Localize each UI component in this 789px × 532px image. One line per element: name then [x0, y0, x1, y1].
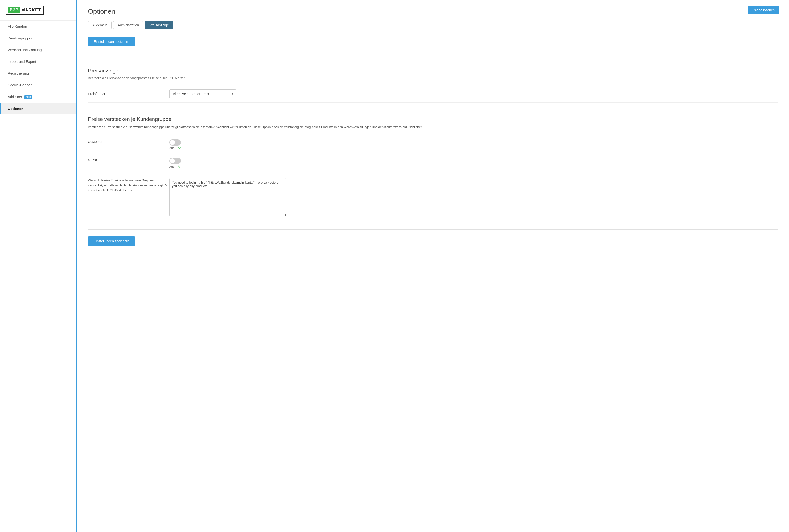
tabs-container: Allgemein Administration Preisanzeige	[88, 21, 777, 29]
cache-loeschen-button[interactable]: Cache löschen	[748, 6, 779, 14]
sidebar-item-registrierung[interactable]: Registrierung	[0, 68, 76, 79]
tab-administration[interactable]: Administration	[113, 21, 144, 29]
preisformat-select-wrapper: Alter Preis - Neuer Preis Neuer Preis Al…	[169, 89, 236, 98]
guest-toggle-on-label: An	[178, 165, 182, 168]
guest-toggle-separator: |	[176, 165, 176, 168]
guest-toggle-row: Guest Aus | An	[88, 154, 777, 172]
customer-toggle[interactable]	[169, 139, 181, 146]
toggle-off-label: Aus	[169, 147, 174, 150]
guest-toggle[interactable]	[169, 158, 181, 164]
sidebar-item-alle-kunden[interactable]: Alle Kunden	[0, 21, 76, 32]
divider-2	[88, 109, 777, 110]
customer-toggle-slider	[169, 139, 181, 146]
sidebar-item-cookie-banner[interactable]: Cookie-Banner	[0, 79, 76, 91]
message-row: Wenn du Preise für eine oder mehrere Gru…	[88, 172, 777, 223]
preisformat-control: Alter Preis - Neuer Preis Neuer Preis Al…	[169, 89, 777, 98]
preisformat-select[interactable]: Alter Preis - Neuer Preis Neuer Preis Al…	[169, 89, 236, 98]
sidebar-item-import-export[interactable]: Import und Export	[0, 56, 76, 68]
sidebar-item-kundengruppen[interactable]: Kundengruppen	[0, 32, 76, 44]
guest-toggle-off-label: Aus	[169, 165, 174, 168]
message-textarea[interactable]	[169, 178, 286, 216]
customer-toggle-row: Customer Aus | An	[88, 135, 777, 154]
customer-toggle-container: Aus | An	[169, 139, 182, 150]
main-content: Cache löschen Optionen Allgemein Adminis…	[76, 0, 789, 532]
guest-toggle-container: Aus | An	[169, 158, 182, 168]
message-textarea-container	[169, 178, 286, 217]
preisanzeige-title: Preisanzeige	[88, 68, 777, 74]
preisformat-row: Preisformat Alter Preis - Neuer Preis Ne…	[88, 86, 777, 102]
tab-allgemein[interactable]: Allgemein	[88, 21, 112, 29]
guest-label: Guest	[88, 158, 169, 162]
add-ons-badge: NEU	[24, 95, 32, 99]
toggle-on-label: An	[178, 147, 182, 150]
message-description: Wenn du Preise für eine oder mehrere Gru…	[88, 178, 169, 193]
logo: B2B MARKET	[6, 6, 43, 15]
guest-toggle-slider	[169, 158, 181, 164]
sidebar-item-versand-zahlung[interactable]: Versand und Zahlung	[0, 44, 76, 56]
logo-area: B2B MARKET	[0, 0, 76, 21]
sidebar-item-add-ons[interactable]: Add-Ons NEU	[0, 91, 76, 103]
toggle-separator: |	[176, 147, 176, 150]
save-button-top[interactable]: Einstellungen speichern	[88, 37, 135, 46]
page-title: Optionen	[88, 8, 777, 15]
guest-toggle-labels: Aus | An	[169, 165, 182, 168]
save-button-bottom[interactable]: Einstellungen speichern	[88, 236, 135, 246]
customer-label: Customer	[88, 139, 169, 144]
customer-toggle-labels: Aus | An	[169, 147, 182, 150]
preisformat-label: Preisformat	[88, 92, 169, 96]
sidebar-nav: Alle Kunden Kundengruppen Versand und Za…	[0, 21, 76, 114]
logo-market: MARKET	[21, 8, 41, 13]
divider-3	[88, 229, 777, 230]
tab-preisanzeige[interactable]: Preisanzeige	[145, 21, 173, 29]
verstecken-desc: Versteckt die Preise für die ausgewählte…	[88, 125, 743, 130]
divider-1	[88, 61, 777, 61]
sidebar-item-optionen[interactable]: Optionen	[0, 103, 76, 114]
preisanzeige-desc: Bearbeite die Preisanzeige der angepasst…	[88, 76, 777, 80]
verstecken-title: Preise verstecken je Kundengruppe	[88, 116, 777, 122]
sidebar: B2B MARKET Alle Kunden Kundengruppen Ver…	[0, 0, 76, 532]
logo-b2b: B2B	[8, 7, 20, 13]
